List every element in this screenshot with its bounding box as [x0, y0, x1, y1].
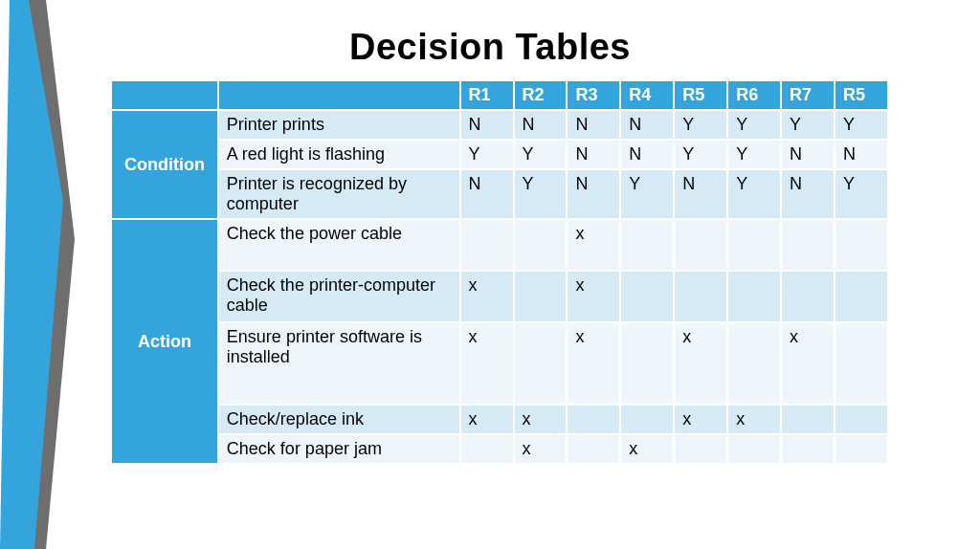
cell: N: [620, 110, 674, 140]
cell: [781, 219, 835, 271]
cell: [781, 405, 835, 434]
header-r2: R2: [514, 80, 568, 110]
decision-table-container: R1 R2 R3 R4 R5 R6 R7 R5 Condition Printe…: [110, 79, 889, 465]
cell: [620, 271, 674, 322]
condition-row: Printer is recognized by computer N Y N …: [111, 169, 888, 219]
cell: Y: [674, 110, 727, 140]
condition-label: Printer is recognized by computer: [218, 169, 460, 219]
action-section-label: Action: [111, 219, 218, 464]
cell: [514, 219, 568, 271]
header-r6: R6: [727, 80, 781, 110]
cell: Y: [727, 110, 781, 140]
page-title: Decision Tables: [0, 27, 980, 68]
cell: x: [460, 405, 514, 434]
cell: [620, 322, 674, 405]
svg-marker-0: [11, 0, 75, 549]
action-row: Action Check the power cable x: [111, 219, 888, 271]
cell: x: [674, 322, 727, 405]
action-row: Check for paper jam x x: [111, 434, 888, 464]
cell: N: [567, 140, 620, 169]
header-r4: R4: [620, 80, 674, 110]
action-row: Ensure printer software is installed x x…: [111, 322, 888, 405]
cell: x: [460, 322, 514, 405]
cell: Y: [781, 110, 835, 140]
cell: x: [514, 405, 568, 434]
cell: x: [460, 271, 514, 322]
cell: [727, 434, 781, 464]
cell: [674, 219, 727, 271]
cell: Y: [514, 140, 568, 169]
header-r1: R1: [460, 80, 514, 110]
cell: [781, 271, 835, 322]
cell: N: [514, 110, 568, 140]
header-r3: R3: [567, 80, 620, 110]
header-r7: R7: [781, 80, 835, 110]
cell: N: [835, 140, 888, 169]
cell: [781, 434, 835, 464]
cell: [460, 434, 514, 464]
cell: [835, 322, 888, 405]
action-label: Check the power cable: [218, 219, 460, 271]
cell: N: [674, 169, 727, 219]
action-row: Check the printer-computer cable x x: [111, 271, 888, 322]
cell: x: [620, 434, 674, 464]
cell: Y: [514, 169, 568, 219]
header-blank-2: [218, 80, 460, 110]
action-label: Ensure printer software is installed: [218, 322, 460, 405]
condition-label: A red light is flashing: [218, 140, 460, 169]
slide-decoration: [0, 0, 77, 549]
cell: [620, 219, 674, 271]
cell: [460, 219, 514, 271]
cell: [727, 219, 781, 271]
condition-section-label: Condition: [111, 110, 218, 219]
header-r5: R5: [674, 80, 727, 110]
cell: Y: [460, 140, 514, 169]
cell: x: [567, 271, 620, 322]
cell: x: [781, 322, 835, 405]
cell: N: [567, 110, 620, 140]
cell: [674, 434, 727, 464]
cell: [835, 271, 888, 322]
cell: Y: [727, 140, 781, 169]
cell: N: [781, 140, 835, 169]
cell: N: [460, 110, 514, 140]
cell: [674, 271, 727, 322]
cell: N: [567, 169, 620, 219]
cell: Y: [727, 169, 781, 219]
svg-marker-1: [0, 0, 63, 549]
decision-table: R1 R2 R3 R4 R5 R6 R7 R5 Condition Printe…: [110, 79, 889, 465]
action-label: Check/replace ink: [218, 405, 460, 434]
condition-row: Condition Printer prints N N N N Y Y Y Y: [111, 110, 888, 140]
cell: x: [674, 405, 727, 434]
cell: [727, 322, 781, 405]
cell: [727, 271, 781, 322]
cell: [835, 434, 888, 464]
cell: Y: [674, 140, 727, 169]
header-blank-1: [111, 80, 218, 110]
cell: x: [727, 405, 781, 434]
cell: Y: [835, 169, 888, 219]
cell: [567, 434, 620, 464]
condition-label: Printer prints: [218, 110, 460, 140]
cell: N: [781, 169, 835, 219]
cell: x: [514, 434, 568, 464]
cell: [514, 322, 568, 405]
cell: N: [620, 140, 674, 169]
action-label: Check for paper jam: [218, 434, 460, 464]
cell: [567, 405, 620, 434]
cell: x: [567, 219, 620, 271]
action-row: Check/replace ink x x x x: [111, 405, 888, 434]
condition-row: A red light is flashing Y Y N N Y Y N N: [111, 140, 888, 169]
cell: N: [460, 169, 514, 219]
cell: Y: [620, 169, 674, 219]
header-row: R1 R2 R3 R4 R5 R6 R7 R5: [111, 80, 888, 110]
header-r8: R5: [835, 80, 888, 110]
cell: [514, 271, 568, 322]
cell: [835, 219, 888, 271]
cell: [835, 405, 888, 434]
cell: [620, 405, 674, 434]
cell: Y: [835, 110, 888, 140]
action-label: Check the printer-computer cable: [218, 271, 460, 322]
cell: x: [567, 322, 620, 405]
